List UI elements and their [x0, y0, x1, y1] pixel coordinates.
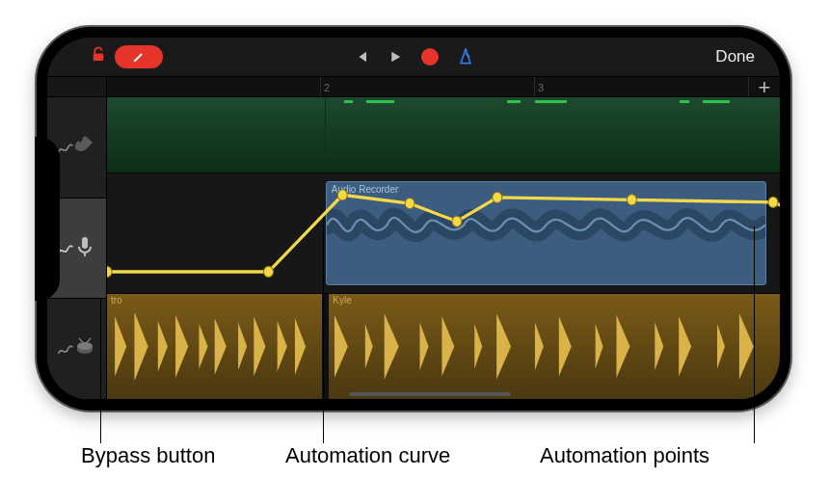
callout-label-points: Automation points: [540, 443, 709, 468]
transport-controls: [352, 47, 475, 66]
ruler-row: 2 3 +: [47, 76, 780, 97]
track-header-drums[interactable]: [47, 299, 106, 400]
svg-rect-0: [94, 54, 104, 62]
unlock-icon[interactable]: [90, 46, 107, 67]
sidebar-spacer: [47, 77, 107, 96]
track-lane-instrument[interactable]: [107, 97, 780, 173]
metronome-button[interactable]: [456, 47, 475, 66]
drummer-region[interactable]: tro: [107, 294, 322, 399]
track-lane-audio[interactable]: Audio Recorder: [107, 173, 780, 294]
timeline-ruler[interactable]: 2 3: [107, 77, 749, 96]
guitar-icon: [73, 134, 96, 161]
automation-point[interactable]: [107, 266, 112, 277]
notch: [35, 137, 60, 301]
region-title: Audio Recorder: [327, 182, 765, 197]
track-lane-drums[interactable]: tro Kyle: [107, 294, 780, 400]
ruler-tick: 3: [535, 77, 749, 96]
audio-region[interactable]: Audio Recorder: [326, 181, 766, 285]
ruler-tick: [107, 77, 321, 96]
waveform: [327, 198, 765, 252]
top-toolbar: Done: [47, 38, 780, 76]
midi-region[interactable]: [326, 97, 780, 172]
drummer-region[interactable]: Kyle: [329, 294, 780, 399]
automation-point[interactable]: [264, 266, 274, 277]
drums-icon: [73, 335, 96, 362]
track-lanes[interactable]: Audio Recorder tro: [107, 97, 780, 400]
add-track-button[interactable]: +: [749, 77, 780, 96]
svg-point-5: [77, 342, 93, 350]
callout-label-bypass: Bypass button: [81, 443, 215, 468]
done-button[interactable]: Done: [715, 47, 755, 66]
midi-region[interactable]: [107, 97, 326, 172]
automation-point[interactable]: [768, 197, 778, 207]
tracks-area: Audio Recorder tro: [47, 97, 780, 400]
microphone-icon: [73, 235, 96, 262]
bypass-button[interactable]: [56, 339, 75, 358]
record-button[interactable]: [421, 48, 439, 66]
horizontal-scrollbar[interactable]: [349, 392, 511, 396]
play-button[interactable]: [387, 48, 404, 66]
edit-mode-button[interactable]: [115, 45, 163, 68]
callout-label-curve: Automation curve: [285, 443, 450, 468]
phone-frame: Done 2 3 +: [37, 27, 790, 411]
svg-rect-2: [82, 237, 88, 249]
ruler-tick: 2: [321, 77, 535, 96]
app-screen: Done 2 3 +: [47, 38, 780, 400]
skip-back-button[interactable]: [352, 48, 369, 66]
